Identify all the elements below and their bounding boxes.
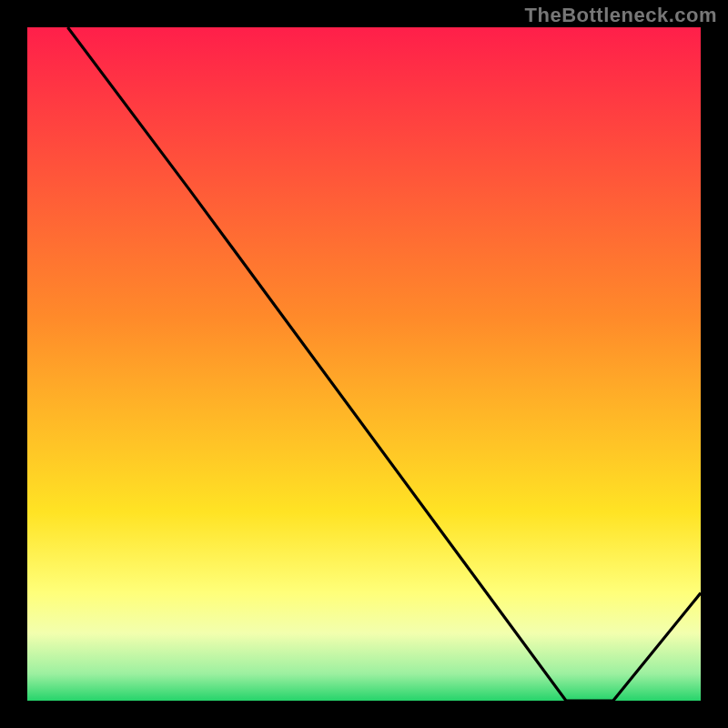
chart-svg bbox=[27, 27, 701, 701]
chart-frame: TheBottleneck.com bbox=[0, 0, 728, 728]
attribution-label: TheBottleneck.com bbox=[525, 4, 717, 27]
gradient-background bbox=[27, 27, 701, 701]
plot-area bbox=[27, 27, 701, 701]
